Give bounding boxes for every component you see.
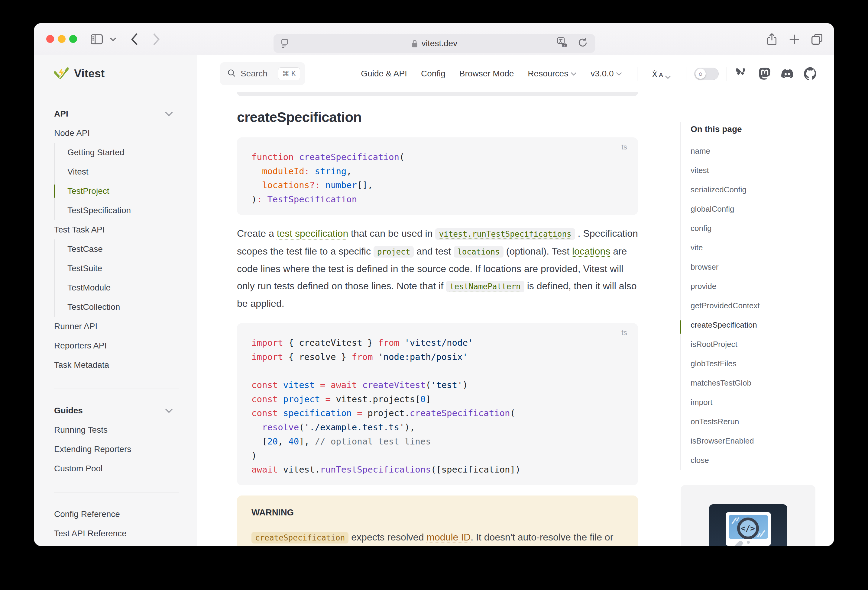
outline-item[interactable]: name: [691, 141, 822, 160]
code-block-signature[interactable]: ts function createSpecification( moduleI…: [237, 137, 638, 215]
browser-window: vitest.dev x: [34, 23, 834, 546]
url-text: vitest.dev: [422, 39, 457, 48]
sidebar-menu-chevron-icon[interactable]: [108, 23, 118, 55]
sidebar-item-vitest[interactable]: Vitest: [55, 162, 179, 181]
search-placeholder: Search: [241, 69, 278, 78]
sidebar-item-testcase[interactable]: TestCase: [55, 240, 179, 259]
inline-code: project: [373, 246, 414, 257]
back-button[interactable]: [128, 23, 141, 55]
chevron-down-icon: [616, 72, 622, 76]
forward-button[interactable]: [150, 23, 163, 55]
outline-item[interactable]: globalConfig: [691, 199, 822, 219]
sidebar-item-testmodule[interactable]: TestModule: [55, 278, 179, 297]
sidebar-item-testproject[interactable]: TestProject: [55, 181, 179, 201]
sidebar-item-reporters-api[interactable]: Reporters API: [54, 336, 179, 355]
sidebar-item-test-api-reference[interactable]: Test API Reference: [54, 524, 179, 543]
outline-item[interactable]: isBrowserEnabled: [691, 431, 822, 450]
outline-item[interactable]: import: [691, 393, 822, 412]
theme-toggle[interactable]: ☼: [694, 68, 719, 80]
discord-icon[interactable]: [780, 68, 794, 80]
sidebar: Vitest API Node API Getting Started Vite…: [34, 55, 197, 546]
outline-item[interactable]: matchesTestGlob: [691, 373, 822, 393]
sidebar-item-runner-api[interactable]: Runner API: [54, 317, 179, 336]
nav-version-menu[interactable]: v3.0.0: [584, 69, 629, 78]
sidebar-item-task-metadata[interactable]: Task Metadata: [54, 355, 179, 375]
inline-code-link[interactable]: testNamePattern: [446, 281, 524, 292]
magnifier-code-icon: </>: [737, 518, 759, 539]
outline-item[interactable]: createSpecification: [691, 315, 822, 334]
warning-title: WARNING: [251, 508, 623, 518]
close-window-button[interactable]: [46, 35, 54, 43]
outline-item[interactable]: isRootProject: [691, 334, 822, 354]
keyboard-shortcut-badge: ⌘ K: [278, 67, 300, 80]
sidebar-item-test-task-api[interactable]: Test Task API: [54, 220, 179, 240]
sidebar-group-guides[interactable]: Guides: [54, 401, 179, 420]
sidebar-item-extending-reporters[interactable]: Extending Reporters: [54, 440, 179, 459]
sidebar-item-getting-started[interactable]: Getting Started: [55, 143, 179, 162]
sidebar-item-running-tests[interactable]: Running Tests: [54, 420, 179, 440]
inline-link[interactable]: test specification: [277, 228, 348, 239]
doc-navbar: Search ⌘ K Guide & API Config Browser Mo…: [197, 55, 834, 92]
url-bar[interactable]: vitest.dev x: [273, 34, 595, 53]
zoom-window-button[interactable]: [69, 35, 77, 43]
outline-item[interactable]: getProvidedContext: [691, 296, 822, 315]
new-tab-icon[interactable]: [787, 23, 801, 55]
sponsor-card[interactable]: </>: [681, 485, 815, 546]
site-title: Vitest: [74, 67, 105, 80]
sidebar-item-node-api[interactable]: Node API: [54, 124, 179, 143]
nav-resources-menu[interactable]: Resources: [521, 69, 584, 78]
sidebar-item-testspecification[interactable]: TestSpecification: [55, 201, 179, 220]
outline-item[interactable]: close: [691, 450, 822, 470]
sidebar-item-testsuite[interactable]: TestSuite: [55, 259, 179, 278]
on-this-page-outline: On this page namevitestserializedConfigg…: [680, 122, 822, 470]
nav-config[interactable]: Config: [414, 69, 452, 78]
lock-icon: [411, 39, 418, 48]
bluesky-icon[interactable]: [735, 67, 749, 80]
nav-divider: [686, 67, 686, 81]
nav-guide-api[interactable]: Guide & API: [354, 69, 414, 78]
search-input[interactable]: Search ⌘ K: [220, 62, 305, 85]
sidebar-item-custom-pool[interactable]: Custom Pool: [54, 459, 179, 478]
share-icon[interactable]: [765, 23, 779, 55]
browser-toolbar: vitest.dev x: [34, 23, 834, 55]
sidebar-group-api[interactable]: API: [54, 104, 179, 124]
main-content: createSpecification ts function createSp…: [197, 92, 834, 546]
page-settings-icon[interactable]: [280, 39, 289, 50]
inline-link[interactable]: module ID: [427, 532, 471, 543]
sidebar-item-testcollection[interactable]: TestCollection: [55, 297, 179, 317]
toggle-sidebar-icon[interactable]: [88, 23, 105, 55]
language-menu[interactable]: ẋA: [645, 68, 678, 79]
vitest-logo-icon: [54, 67, 69, 81]
minimize-window-button[interactable]: [58, 35, 66, 43]
translate-page-icon[interactable]: x: [557, 37, 570, 50]
inline-code-link[interactable]: vitest.runTestSpecifications: [435, 228, 575, 240]
chevron-down-icon: [165, 408, 173, 413]
site-logo[interactable]: Vitest: [54, 55, 179, 92]
outline-item[interactable]: vite: [691, 238, 822, 257]
nav-browser-mode[interactable]: Browser Mode: [452, 69, 521, 78]
code-block-example[interactable]: ts import { createVitest } from 'vitest/…: [237, 323, 638, 485]
outline-item[interactable]: globTestFiles: [691, 354, 822, 373]
outline-item[interactable]: browser: [691, 257, 822, 277]
chevron-down-icon: [665, 75, 671, 79]
outline-item[interactable]: config: [691, 219, 822, 238]
outline-item[interactable]: onTestsRerun: [691, 412, 822, 431]
tab-overview-icon[interactable]: [810, 23, 824, 55]
sidebar-item-config-reference[interactable]: Config Reference: [54, 505, 179, 524]
sun-icon: ☼: [698, 70, 704, 78]
outline-item[interactable]: serializedConfig: [691, 180, 822, 199]
mastodon-icon[interactable]: [759, 67, 771, 80]
nav-divider: [637, 67, 638, 81]
inline-link[interactable]: locations: [572, 246, 610, 257]
previous-code-block-edge: [237, 92, 638, 96]
chevron-down-icon: [165, 112, 173, 116]
github-icon[interactable]: [804, 67, 817, 80]
outline-active-marker: [680, 320, 681, 334]
description-paragraph: Create a test specification that can be …: [237, 225, 644, 312]
outline-item[interactable]: provide: [691, 277, 822, 296]
page-title: createSpecification: [237, 109, 362, 125]
reload-icon[interactable]: [577, 37, 588, 50]
nav-links: Guide & API Config Browser Mode Resource…: [354, 55, 817, 92]
outline-item[interactable]: vitest: [691, 160, 822, 180]
inline-code: locations: [454, 246, 503, 257]
